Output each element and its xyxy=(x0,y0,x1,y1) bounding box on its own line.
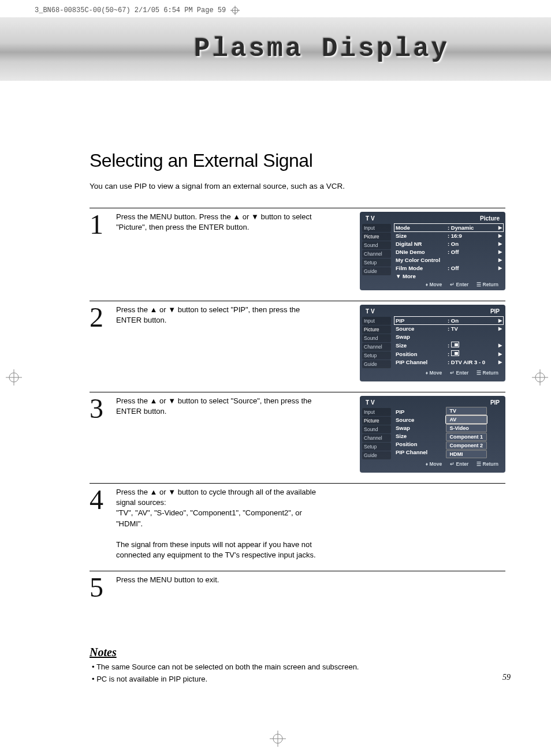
osd-popup-option[interactable]: TV xyxy=(446,407,487,415)
osd-menu-row[interactable]: PIP Channel: DTV AIR 3 - 0▶ xyxy=(394,358,503,366)
osd-sidebar-item[interactable]: Setup xyxy=(362,259,391,267)
osd-row-value: : xyxy=(448,350,498,357)
chevron-right-icon: ▶ xyxy=(498,265,502,271)
osd-sidebar-item[interactable]: Guide xyxy=(362,267,391,275)
osd-head-left: T V xyxy=(366,215,375,222)
osd-sidebar-item[interactable]: Guide xyxy=(362,360,391,368)
notes-heading: Notes xyxy=(90,646,505,659)
osd-menu-row[interactable]: Source: TV▶ xyxy=(394,325,503,332)
chevron-right-icon: ▶ xyxy=(498,241,502,246)
osd-row-value: : On xyxy=(448,241,498,247)
osd-sidebar-item[interactable]: Setup xyxy=(362,443,391,451)
osd-footer: ♦ Move↵ Enter☰ Return xyxy=(362,280,503,288)
osd-sidebar-item[interactable]: Guide xyxy=(362,451,391,459)
osd-sidebar-item[interactable]: Input xyxy=(362,408,391,416)
instruction-step: 1Press the MENU button. Press the ▲ or ▼… xyxy=(90,208,505,290)
osd-row-label: PIP xyxy=(396,409,448,415)
osd-menu-row[interactable]: DNIe Demo: Off▶ xyxy=(394,248,503,256)
osd-menu-row[interactable]: Size: 16:9▶ xyxy=(394,232,503,239)
osd-sidebar-item[interactable]: Sound xyxy=(362,241,391,249)
intro-text: You can use PIP to view a signal from an… xyxy=(90,182,505,190)
chevron-right-icon: ▶ xyxy=(498,318,502,323)
osd-row-value: : Dynamic xyxy=(448,224,498,231)
osd-row-value: : Off xyxy=(448,249,498,255)
page-title: Selecting an External Signal xyxy=(90,150,505,171)
notes-section: Notes • The same Source can not be selec… xyxy=(90,646,505,686)
osd-footer-hint: ♦ Move xyxy=(426,370,442,376)
osd-footer-hint: ↵ Enter xyxy=(450,282,468,287)
osd-popup-option[interactable]: S-Video xyxy=(446,424,487,432)
osd-sidebar-item[interactable]: Channel xyxy=(362,343,391,351)
osd-popup-option[interactable]: AV xyxy=(446,416,487,424)
osd-footer-hint: ☰ Return xyxy=(476,282,498,287)
step-text: Press the ▲ or ▼ button to select "PIP",… xyxy=(116,305,324,381)
osd-sidebar-item[interactable]: Sound xyxy=(362,334,391,342)
osd-row-label: Swap xyxy=(396,425,448,431)
osd-menu-row[interactable]: Size: ▶ xyxy=(394,341,503,349)
osd-menu-row[interactable]: Film Mode: Off▶ xyxy=(394,264,503,272)
osd-menu-row[interactable]: ▼ More xyxy=(394,272,503,280)
osd-footer-hint: ☰ Return xyxy=(476,461,498,467)
osd-head-right: PIP xyxy=(490,399,500,406)
print-header: 3_BN68-00835C-00(50~67) 2/1/05 6:54 PM P… xyxy=(35,6,240,15)
instruction-step: 5Press the MENU button to exit. xyxy=(90,571,505,605)
osd-row-label: Size xyxy=(396,342,448,349)
page-content: Selecting an External Signal You can use… xyxy=(90,150,505,686)
step-number: 5 xyxy=(90,575,108,605)
osd-footer-hint: ♦ Move xyxy=(426,461,442,467)
step-number: 4 xyxy=(90,487,108,560)
chevron-right-icon: ▶ xyxy=(498,249,502,255)
step-number: 3 xyxy=(90,396,108,473)
banner-title: Plasma Display xyxy=(194,34,449,64)
osd-sidebar-item[interactable]: Setup xyxy=(362,351,391,360)
step-number: 1 xyxy=(90,212,108,290)
chevron-right-icon: ▶ xyxy=(498,225,502,230)
pip-position-icon xyxy=(451,350,459,356)
registration-mark-bottom xyxy=(270,731,286,749)
osd-row-label: Source xyxy=(396,325,448,332)
registration-mark-left xyxy=(6,369,22,388)
print-header-text: 3_BN68-00835C-00(50~67) 2/1/05 6:54 PM P… xyxy=(35,6,226,14)
osd-sidebar-item[interactable]: Channel xyxy=(362,250,391,258)
osd-sidebar-item[interactable]: Channel xyxy=(362,434,391,442)
osd-menu-row[interactable]: Position: ▶ xyxy=(394,350,503,358)
chevron-right-icon: ▶ xyxy=(498,351,502,357)
osd-menu-row[interactable]: Digital NR: On▶ xyxy=(394,240,503,248)
osd-panel: T VPIPInputPictureSoundChannelSetupGuide… xyxy=(360,396,505,473)
osd-panel: T VPictureInputPictureSoundChannelSetupG… xyxy=(360,212,505,290)
osd-sidebar-item[interactable]: Sound xyxy=(362,425,391,433)
step-text: Press the ▲ or ▼ button to select "Sourc… xyxy=(116,396,324,473)
osd-sidebar-item[interactable]: Input xyxy=(362,224,391,232)
crop-mark-icon xyxy=(230,6,240,15)
note-item: • The same Source can not be selected on… xyxy=(92,661,505,673)
osd-sidebar-item[interactable]: Input xyxy=(362,317,391,325)
osd-popup-option[interactable]: HDMI xyxy=(446,450,487,458)
osd-source-popup: TVAVS-VideoComponent 1Component 2HDMI xyxy=(446,407,487,458)
osd-row-label: Film Mode xyxy=(396,265,448,271)
page-number: 59 xyxy=(502,673,511,682)
step-text: Press the MENU button to exit. xyxy=(116,575,324,605)
osd-row-label: PIP Channel xyxy=(396,449,448,455)
osd-row-label: Size xyxy=(396,233,448,239)
osd-sidebar-item[interactable]: Picture xyxy=(362,325,391,334)
osd-footer: ♦ Move↵ Enter☰ Return xyxy=(362,368,503,376)
osd-sidebar-item[interactable]: Picture xyxy=(362,417,391,425)
osd-row-value: : 16:9 xyxy=(448,233,498,239)
osd-head-right: Picture xyxy=(480,215,500,222)
osd-head-left: T V xyxy=(366,399,375,406)
osd-popup-option[interactable]: Component 2 xyxy=(446,441,487,450)
osd-head-right: PIP xyxy=(490,308,500,315)
osd-menu-row[interactable]: PIP: On▶ xyxy=(394,317,503,324)
instruction-step: 3Press the ▲ or ▼ button to select "Sour… xyxy=(90,392,505,473)
osd-sidebar-item[interactable]: Picture xyxy=(362,233,391,241)
osd-head-left: T V xyxy=(366,308,375,315)
osd-menu-row[interactable]: Mode: Dynamic▶ xyxy=(394,224,503,231)
osd-popup-option[interactable]: Component 1 xyxy=(446,433,487,441)
osd-menu-row[interactable]: My Color Control▶ xyxy=(394,256,503,264)
osd-row-label: Position xyxy=(396,351,448,357)
step-number: 2 xyxy=(90,305,108,381)
osd-menu-row[interactable]: Swap xyxy=(394,333,503,340)
osd-footer-hint: ♦ Move xyxy=(426,282,442,287)
osd-row-value: : Off xyxy=(448,265,498,271)
instruction-step: 4Press the ▲ or ▼ button to cycle throug… xyxy=(90,483,505,560)
